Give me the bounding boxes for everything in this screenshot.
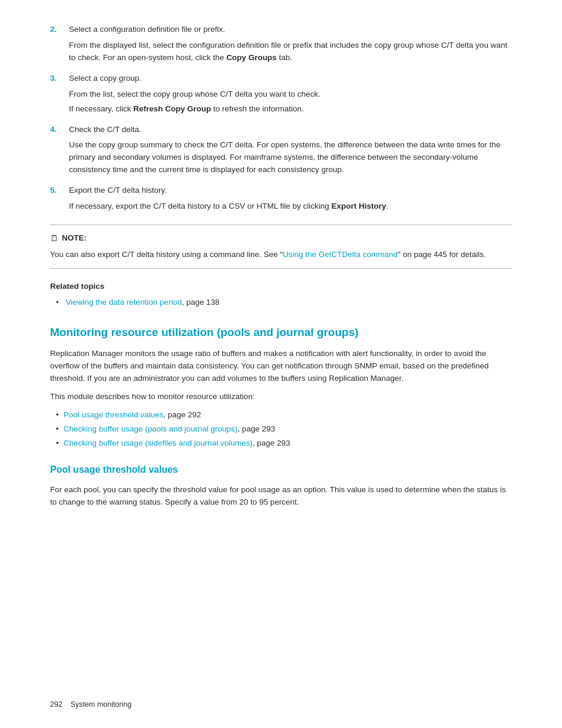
step-5-title: Export the C/T delta history.: [69, 185, 167, 197]
step-4-body: Use the copy group summary to check the …: [69, 139, 512, 176]
step-5-number: 5.: [50, 185, 69, 197]
related-topics: Related topics Viewing the data retentio…: [50, 281, 512, 309]
subsection-heading: Pool usage threshold values: [50, 463, 512, 477]
bullet-item-2: Checking buffer usage (pools and journal…: [56, 423, 512, 436]
step-5-body: If necessary, export the C/T delta histo…: [69, 200, 512, 213]
footer-page-number: 292: [50, 700, 62, 709]
bullet-link-1[interactable]: Pool usage threshold values: [64, 410, 164, 419]
bullet-text-2: Checking buffer usage (pools and journal…: [64, 423, 275, 436]
note-link[interactable]: Using the GetCTDelta command: [283, 250, 398, 259]
bullet-link-2[interactable]: Checking buffer usage (pools and journal…: [64, 424, 237, 433]
step-2-number: 2.: [50, 24, 69, 36]
related-topics-link-1[interactable]: Viewing the data retention period: [66, 298, 182, 307]
note-body: You can also export C/T delta history us…: [50, 249, 512, 261]
footer: 292 System monitoring: [50, 699, 131, 710]
related-topics-list: Viewing the data retention period, page …: [50, 297, 512, 309]
section-heading: Monitoring resource utilization (pools a…: [50, 325, 512, 340]
step-3-block: 3. Select a copy group. From the list, s…: [50, 73, 512, 116]
step-5-block: 5. Export the C/T delta history. If nece…: [50, 185, 512, 213]
step-4-number: 4.: [50, 124, 69, 136]
related-topics-title: Related topics: [50, 281, 512, 293]
subsection-body: For each pool, you can specify the thres…: [50, 484, 512, 509]
note-icon: 🗒: [50, 232, 58, 245]
note-label: NOTE:: [62, 232, 87, 245]
step-3-body-1: From the list, select the copy group who…: [69, 88, 512, 101]
bullet-item-3: Checking buffer usage (sidefiles and jou…: [56, 437, 512, 450]
step-3-body-2: If necessary, click Refresh Copy Group t…: [69, 103, 512, 116]
step-3-title: Select a copy group.: [69, 73, 141, 85]
step-2-block: 2. Select a configuration definition fil…: [50, 24, 512, 64]
step-3-number: 3.: [50, 73, 69, 85]
step-4-block: 4. Check the C/T delta. Use the copy gro…: [50, 124, 512, 177]
bullet-item-1: Pool usage threshold values, page 292: [56, 409, 512, 421]
bullet-text-1: Pool usage threshold values, page 292: [64, 409, 201, 421]
bullet-link-3[interactable]: Checking buffer usage (sidefiles and jou…: [64, 439, 253, 447]
step-2-body: From the displayed list, select the conf…: [69, 39, 512, 64]
bullet-text-3: Checking buffer usage (sidefiles and jou…: [64, 437, 290, 450]
section-intro: Replication Manager monitors the usage r…: [50, 348, 512, 385]
step-2-title: Select a configuration definition file o…: [69, 24, 225, 36]
section-bullet-list: Pool usage threshold values, page 292 Ch…: [50, 409, 512, 450]
footer-section: System monitoring: [71, 700, 132, 709]
module-desc: This module describes how to monitor res…: [50, 391, 512, 403]
note-box: 🗒 NOTE: You can also export C/T delta hi…: [50, 225, 512, 269]
related-topics-item-1: Viewing the data retention period, page …: [56, 297, 512, 309]
step-4-title: Check the C/T delta.: [69, 124, 141, 136]
page: 2. Select a configuration definition fil…: [0, 0, 562, 728]
